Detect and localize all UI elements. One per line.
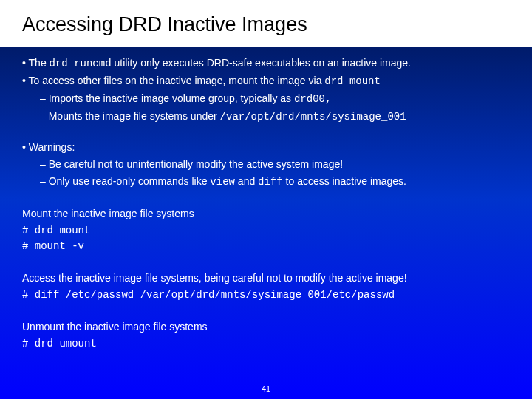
block-access-head: Access the inactive image file systems, … xyxy=(22,270,510,286)
bullet-1: The drd runcmd utility only executes DRD… xyxy=(22,55,510,72)
block-umount-head: Unmount the inactive image file systems xyxy=(22,319,510,335)
bullet-3-1: Be careful not to unintentionally modify… xyxy=(40,157,510,172)
cmd-mount-v: # mount -v xyxy=(22,239,510,254)
slide-content: The drd runcmd utility only executes DRD… xyxy=(0,47,532,352)
block-mount-head: Mount the inactive image file systems xyxy=(22,206,510,222)
block-mount: Mount the inactive image file systems # … xyxy=(22,206,510,254)
slide-title: Accessing DRD Inactive Images xyxy=(0,0,532,47)
slide: Accessing DRD Inactive Images The drd ru… xyxy=(0,0,532,399)
bullet-3-2: Only use read-only commands like view an… xyxy=(40,174,510,190)
cmd-drd-umount: # drd umount xyxy=(22,336,510,352)
block-access: Access the inactive image file systems, … xyxy=(22,270,510,303)
cmd-drd-mount: # drd mount xyxy=(22,223,510,239)
bullet-2: To access other files on the inactive im… xyxy=(22,73,510,89)
bullet-3: Warnings: xyxy=(22,140,510,155)
block-umount: Unmount the inactive image file systems … xyxy=(22,319,510,352)
bullet-2-2: Mounts the image file systems under /var… xyxy=(40,109,510,125)
page-number: 41 xyxy=(0,384,532,393)
bullet-2-1: Imports the inactive image volume group,… xyxy=(40,91,510,107)
cmd-diff: # diff /etc/passwd /var/opt/drd/mnts/sys… xyxy=(22,287,510,303)
